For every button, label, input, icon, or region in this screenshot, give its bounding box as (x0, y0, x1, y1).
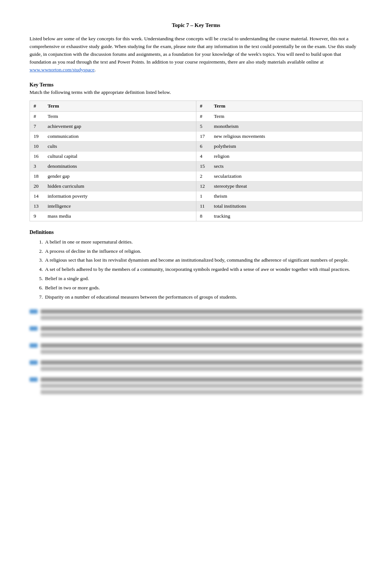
match-instruction: Match the following terms with the appro… (30, 89, 362, 95)
terms-right-col: # Term # Term 5 monotheism 17 new religi… (196, 101, 362, 221)
table-row: 18 gender gap (30, 171, 196, 181)
def-number: 1. (33, 238, 43, 246)
table-row: 7 achievement gap (30, 121, 196, 131)
terms-table: # Term # Term 7 achievement gap 19 commu… (30, 101, 362, 221)
table-row: # Term (30, 111, 196, 121)
table-row: 5 monotheism (196, 121, 362, 131)
term-number: 1 (196, 191, 210, 201)
term-number: 2 (196, 171, 210, 181)
right-col-hash: # (196, 101, 210, 112)
table-row: 15 sects (196, 161, 362, 171)
term-number: 12 (196, 181, 210, 191)
term-label: achievement gap (44, 121, 196, 131)
term-label: sects (210, 161, 362, 171)
term-number: 14 (30, 191, 44, 201)
norton-link[interactable]: www.wwnorton.com/studyspace (30, 67, 94, 72)
left-col-hash: # (30, 101, 44, 112)
blurred-definitions (30, 307, 362, 398)
term-number: 7 (30, 121, 44, 131)
def-number: 6. (33, 284, 43, 292)
table-row: 13 intelligence (30, 201, 196, 211)
term-label: intelligence (44, 201, 196, 211)
definitions-heading: Definitions (30, 229, 362, 235)
table-row: 8 tracking (196, 211, 362, 221)
term-number: 6 (196, 141, 210, 151)
def-number: 2. (33, 248, 43, 255)
term-label: tracking (210, 211, 362, 221)
term-label: gender gap (44, 171, 196, 181)
definition-item: 3. A religious sect that has lost its re… (33, 256, 362, 264)
table-row: 2 secularization (196, 171, 362, 181)
page-container: Topic 7 – Key Terms Listed below are som… (30, 22, 362, 398)
term-number: 19 (30, 131, 44, 141)
term-label: Term (44, 111, 196, 121)
table-row: 16 cultural capital (30, 151, 196, 161)
definition-item: 6. Belief in two or more gods. (33, 284, 362, 292)
term-label: polytheism (210, 141, 362, 151)
def-number: 3. (33, 256, 43, 264)
term-label: theism (210, 191, 362, 201)
term-number: 5 (196, 121, 210, 131)
right-col-term: Term (210, 101, 362, 112)
term-number: 11 (196, 201, 210, 211)
term-label: communication (44, 131, 196, 141)
table-row: # Term (196, 111, 362, 121)
definition-item: 2. A process of decline in the influence… (33, 248, 362, 255)
definition-item: 7. Disparity on a number of educational … (33, 293, 362, 301)
table-row: 20 hidden curriculum (30, 181, 196, 191)
term-number: 10 (30, 141, 44, 151)
left-col-term: Term (44, 101, 196, 112)
table-row: 14 information poverty (30, 191, 196, 201)
def-text: A belief in one or more supernatural dei… (45, 238, 362, 246)
def-number: 7. (33, 293, 43, 301)
terms-left-col: # Term # Term 7 achievement gap 19 commu… (30, 101, 196, 221)
term-label: denominations (44, 161, 196, 171)
definition-item: 5. Belief in a single god. (33, 275, 362, 283)
intro-paragraph: Listed below are some of the key concept… (30, 35, 362, 74)
def-number: 5. (33, 275, 43, 283)
term-number: 18 (30, 171, 44, 181)
def-text: A set of beliefs adhered to by the membe… (45, 266, 362, 273)
table-row: 12 stereotype threat (196, 181, 362, 191)
table-row: 9 mass media (30, 211, 196, 221)
term-label: religion (210, 151, 362, 161)
table-row: 11 total institutions (196, 201, 362, 211)
definition-item: 4. A set of beliefs adhered to by the me… (33, 266, 362, 273)
def-number: 4. (33, 266, 43, 273)
term-label: information poverty (44, 191, 196, 201)
definitions-section: Definitions 1. A belief in one or more s… (30, 229, 362, 398)
term-label: mass media (44, 211, 196, 221)
term-label: hidden curriculum (44, 181, 196, 191)
term-label: total institutions (210, 201, 362, 211)
term-label: stereotype threat (210, 181, 362, 191)
term-number: # (196, 111, 210, 121)
term-label: Term (210, 111, 362, 121)
term-label: new religious movements (210, 131, 362, 141)
key-terms-section: Key Terms Match the following terms with… (30, 82, 362, 221)
table-row: 17 new religious movements (196, 131, 362, 141)
def-text: Belief in a single god. (45, 275, 362, 283)
term-label: cults (44, 141, 196, 151)
table-row: 1 theism (196, 191, 362, 201)
def-text: Belief in two or more gods. (45, 284, 362, 292)
key-terms-heading: Key Terms (30, 82, 362, 88)
table-row: 4 religion (196, 151, 362, 161)
term-number: 4 (196, 151, 210, 161)
table-row: 19 communication (30, 131, 196, 141)
page-title: Topic 7 – Key Terms (30, 22, 362, 28)
table-row: 3 denominations (30, 161, 196, 171)
term-label: monotheism (210, 121, 362, 131)
term-number: 3 (30, 161, 44, 171)
def-text: Disparity on a number of educational mea… (45, 293, 362, 301)
term-label: cultural capital (44, 151, 196, 161)
term-number: # (30, 111, 44, 121)
term-number: 9 (30, 211, 44, 221)
term-number: 15 (196, 161, 210, 171)
table-row: 10 cults (30, 141, 196, 151)
def-text: A religious sect that has lost its reviv… (45, 256, 362, 264)
table-row: 6 polytheism (196, 141, 362, 151)
term-number: 16 (30, 151, 44, 161)
term-number: 13 (30, 201, 44, 211)
definition-item: 1. A belief in one or more supernatural … (33, 238, 362, 246)
term-number: 17 (196, 131, 210, 141)
